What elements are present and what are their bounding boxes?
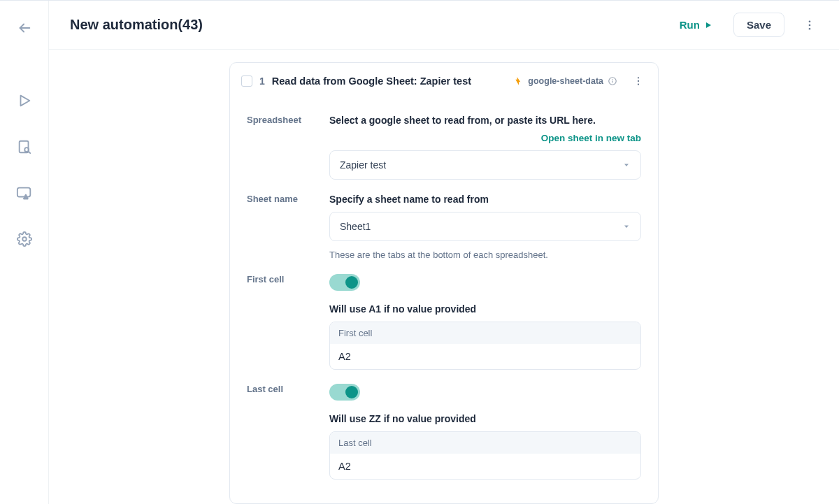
- sheetname-label: Sheet name: [247, 194, 329, 260]
- lastcell-toggle[interactable]: [329, 384, 360, 401]
- run-label: Run: [680, 19, 700, 31]
- doc-search-icon[interactable]: [11, 134, 38, 160]
- sheetname-lead: Specify a sheet name to read from: [329, 194, 641, 205]
- svg-marker-9: [706, 22, 711, 28]
- svg-point-12: [809, 27, 811, 29]
- svg-point-18: [638, 84, 639, 85]
- lastcell-input[interactable]: Last cell A2: [329, 431, 641, 480]
- firstcell-value: A2: [330, 344, 640, 369]
- bolt-icon: [514, 76, 524, 86]
- firstcell-input[interactable]: First cell A2: [329, 322, 641, 370]
- svg-point-7: [25, 198, 26, 199]
- step-more-icon[interactable]: [631, 74, 645, 88]
- firstcell-label: First cell: [247, 274, 329, 370]
- spreadsheet-select[interactable]: Zapier test: [329, 150, 641, 180]
- chevron-down-icon: [622, 161, 631, 169]
- spreadsheet-value: Zapier test: [340, 159, 386, 171]
- page-title: New automation(43): [70, 17, 666, 33]
- chip-label: google-sheet-data: [528, 76, 603, 86]
- step-card: 1 Read data from Google Sheet: Zapier te…: [229, 62, 659, 504]
- sheetname-select[interactable]: Sheet1: [329, 212, 641, 241]
- step-checkbox[interactable]: [241, 75, 252, 87]
- settings-icon[interactable]: [11, 226, 38, 252]
- svg-point-11: [809, 24, 811, 26]
- firstcell-lead: Will use A1 if no value provided: [329, 303, 641, 315]
- chevron-down-icon: [622, 222, 631, 231]
- info-icon[interactable]: [608, 76, 617, 86]
- lastcell-value: A2: [330, 454, 640, 479]
- header-more-icon[interactable]: [798, 14, 821, 36]
- svg-point-16: [638, 77, 639, 78]
- save-button[interactable]: Save: [733, 13, 784, 37]
- svg-point-15: [612, 79, 612, 80]
- lastcell-label: Last cell: [247, 384, 329, 480]
- sheetname-value: Sheet1: [340, 221, 371, 232]
- lastcell-float-label: Last cell: [330, 432, 640, 454]
- play-icon[interactable]: [11, 87, 38, 114]
- open-sheet-link[interactable]: Open sheet in new tab: [329, 133, 641, 143]
- sheetname-helper: These are the tabs at the bottom of each…: [329, 250, 641, 260]
- back-icon[interactable]: [11, 15, 38, 41]
- sidebar: [0, 1, 49, 504]
- firstcell-float-label: First cell: [330, 322, 640, 344]
- step-title: Read data from Google Sheet: Zapier test: [272, 75, 508, 87]
- svg-line-4: [28, 151, 30, 153]
- step-chip: google-sheet-data: [514, 76, 617, 86]
- firstcell-toggle[interactable]: [329, 274, 360, 291]
- svg-rect-2: [19, 141, 28, 153]
- play-fill-icon: [704, 21, 712, 29]
- svg-point-17: [638, 80, 639, 82]
- svg-marker-1: [20, 96, 29, 106]
- spreadsheet-label: Spreadsheet: [247, 115, 329, 180]
- svg-marker-20: [624, 226, 629, 229]
- spreadsheet-lead: Select a google sheet to read from, or p…: [329, 115, 641, 126]
- svg-marker-19: [624, 164, 629, 167]
- device-alert-icon[interactable]: [11, 180, 38, 206]
- step-number: 1: [259, 75, 265, 87]
- svg-point-10: [809, 20, 811, 22]
- header-bar: New automation(43) Run Save: [49, 1, 839, 50]
- svg-rect-5: [17, 188, 29, 197]
- run-button[interactable]: Run: [675, 13, 717, 36]
- svg-point-8: [22, 237, 27, 241]
- lastcell-lead: Will use ZZ if no value provided: [329, 413, 641, 424]
